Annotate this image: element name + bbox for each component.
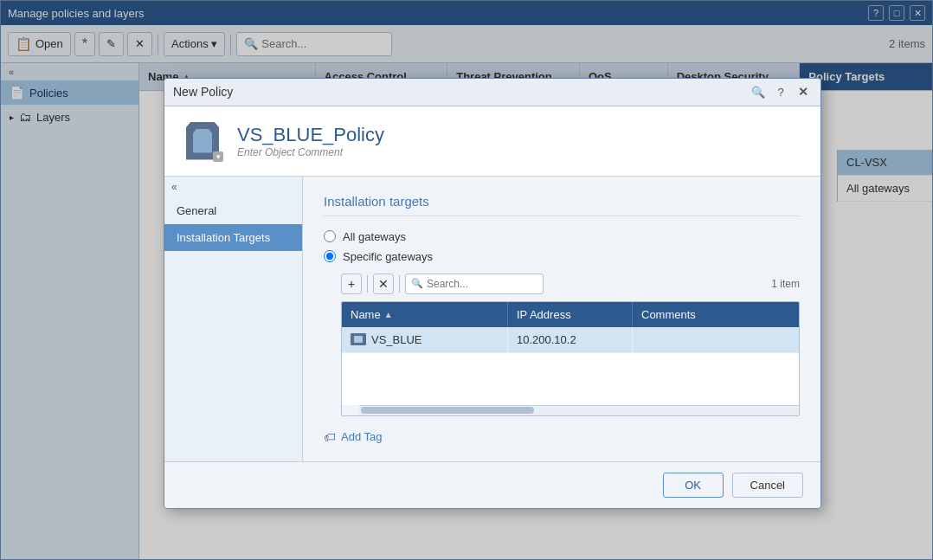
scrollbar-thumb	[361, 407, 534, 414]
add-tag-button[interactable]: 🏷 Add Tag	[324, 430, 800, 444]
new-policy-dialog: New Policy 🔍 ? ✕ ▾ VS_BLUE_Policy Enter …	[164, 78, 821, 509]
gateways-table: Name ▲ IP Address Comments	[341, 301, 800, 416]
dialog-header: ▾ VS_BLUE_Policy Enter Object Comment	[164, 106, 820, 177]
icon-dropdown[interactable]: ▾	[213, 151, 223, 162]
radio-all-gateways[interactable]	[324, 230, 336, 242]
dialog-close-button[interactable]: ✕	[795, 83, 812, 100]
gw-separator-2	[399, 275, 400, 293]
section-title: Installation targets	[324, 194, 800, 216]
tag-icon: 🏷	[324, 430, 336, 444]
dialog-sidebar: « General Installation Targets	[164, 177, 303, 461]
cell-ip: 10.200.10.2	[508, 327, 633, 352]
cell-comments	[633, 327, 799, 352]
policy-icon: ▾	[182, 120, 223, 162]
gth-name: Name ▲	[342, 302, 508, 327]
radio-group: All gateways Specific gateways	[324, 230, 800, 263]
dialog-sidebar-collapse[interactable]: «	[164, 177, 302, 197]
sort-arrow: ▲	[384, 310, 393, 319]
gth-comments: Comments	[633, 302, 799, 327]
cell-name: VS_BLUE	[342, 327, 508, 352]
empty-rows	[342, 353, 799, 405]
dialog-policy-name[interactable]: VS_BLUE_Policy	[237, 124, 803, 146]
gw-separator	[367, 275, 368, 293]
gateways-table-body: VS_BLUE 10.200.10.2	[342, 327, 799, 405]
dialog-title-bar: New Policy 🔍 ? ✕	[164, 79, 820, 106]
radio-all-gateways-row: All gateways	[324, 230, 800, 243]
radio-all-gateways-label: All gateways	[343, 230, 406, 243]
dialog-body: « General Installation Targets Installat…	[164, 177, 820, 461]
policy-icon-inner	[193, 129, 212, 153]
radio-specific-gateways[interactable]	[324, 250, 336, 262]
gateways-search: 🔍	[405, 274, 544, 294]
row-icon	[351, 333, 366, 345]
remove-gateway-button[interactable]: ✕	[373, 274, 394, 294]
gateways-search-input[interactable]	[427, 278, 537, 290]
cancel-button[interactable]: Cancel	[732, 473, 803, 498]
dialog-header-info: VS_BLUE_Policy Enter Object Comment	[237, 124, 803, 158]
gateways-table-header: Name ▲ IP Address Comments	[342, 302, 799, 327]
dialog-help-button[interactable]: ?	[772, 83, 789, 100]
ok-button[interactable]: OK	[663, 473, 724, 498]
dialog-footer: OK Cancel	[164, 461, 820, 508]
radio-specific-gateways-label: Specific gateways	[343, 250, 433, 263]
gateways-count: 1 item	[771, 278, 800, 290]
gw-search-icon: 🔍	[411, 278, 423, 289]
dialog-main: Installation targets All gateways Specif…	[303, 177, 820, 461]
add-gateway-button[interactable]: +	[341, 274, 362, 294]
gth-ip: IP Address	[508, 302, 633, 327]
nav-item-general[interactable]: General	[164, 197, 302, 224]
dialog-policy-comment[interactable]: Enter Object Comment	[237, 146, 803, 158]
gateways-toolbar: + ✕ 🔍 1 item	[341, 274, 800, 294]
dialog-search-button[interactable]: 🔍	[750, 83, 767, 100]
radio-specific-gateways-row: Specific gateways	[324, 250, 800, 263]
scrollbar[interactable]	[359, 405, 799, 415]
nav-item-installation-targets[interactable]: Installation Targets	[164, 224, 302, 251]
dialog-overlay: New Policy 🔍 ? ✕ ▾ VS_BLUE_Policy Enter …	[0, 0, 933, 560]
table-row[interactable]: VS_BLUE 10.200.10.2	[342, 327, 799, 353]
dialog-title-buttons: 🔍 ? ✕	[750, 83, 812, 100]
dialog-title: New Policy	[173, 85, 233, 99]
